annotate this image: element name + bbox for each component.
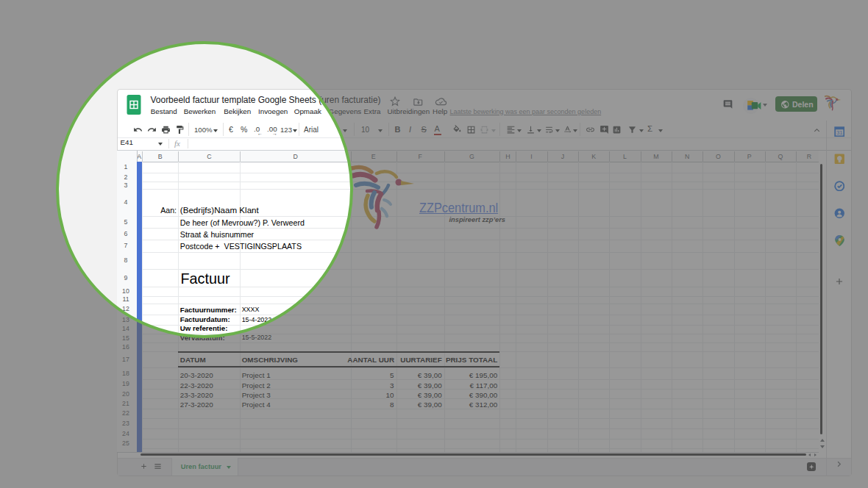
svg-text:31: 31 <box>836 129 842 136</box>
